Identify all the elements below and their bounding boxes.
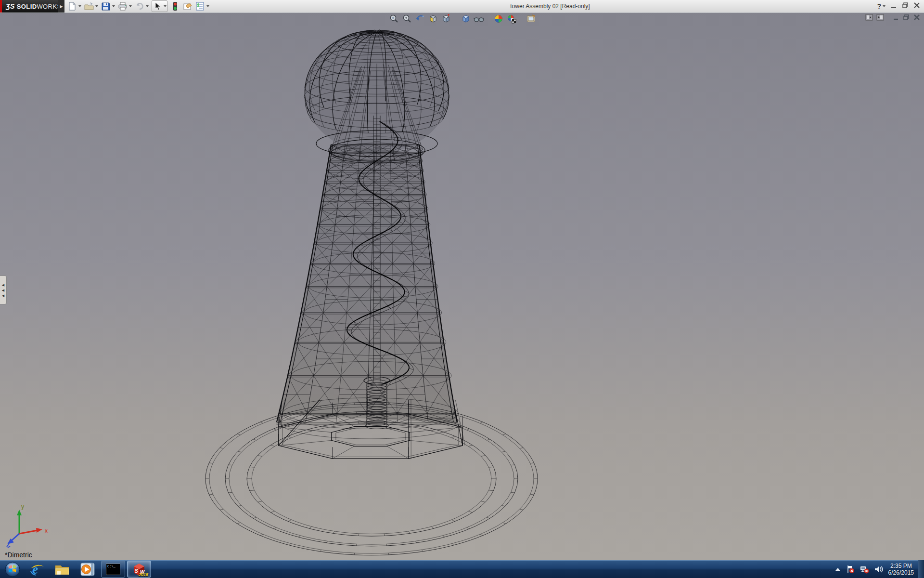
folder-icon (54, 562, 71, 577)
command-prompt-icon: C:\_ (106, 564, 120, 575)
undo-button[interactable] (135, 1, 149, 11)
brand-accent-stripe (0, 0, 2, 13)
print-icon (118, 1, 128, 11)
options-button[interactable] (195, 1, 209, 11)
solidworks-year-label: 2015 (139, 572, 148, 577)
open-button[interactable] (84, 1, 98, 11)
stoplight-button[interactable] (170, 1, 180, 11)
start-button[interactable] (0, 561, 25, 577)
hide-show-items-icon[interactable] (474, 13, 484, 24)
taskbar-command-prompt[interactable]: C:\_ (101, 561, 125, 578)
taskbar-clock[interactable]: 2:35 PM 6/26/2015 (888, 563, 914, 576)
options-dropdown-caret[interactable] (206, 5, 209, 7)
windows-start-orb-icon (4, 561, 21, 578)
collapse-arrow-icon: ◀ (2, 289, 4, 292)
pane-right-icon[interactable] (876, 14, 884, 23)
solidworks-logo: ƷSSOLIDWORKS (0, 0, 58, 13)
doc-restore-button[interactable] (903, 14, 910, 23)
brand-glyph: ƷS (6, 2, 15, 10)
taskbar-windows-explorer[interactable] (50, 561, 75, 577)
section-view-icon[interactable] (428, 13, 438, 24)
brand-text: ƷSSOLIDWORKS (6, 2, 62, 10)
save-floppy-icon (101, 1, 111, 11)
view-orientation-icon[interactable] (441, 13, 451, 24)
doc-close-button[interactable] (913, 14, 920, 23)
network-disconnected-icon (860, 565, 869, 574)
select-dropdown-caret[interactable] (164, 5, 167, 7)
title-bar: ƷSSOLIDWORKS ▶ (0, 0, 924, 13)
help-button[interactable]: ? (877, 2, 886, 10)
chevron-up-icon (834, 567, 841, 572)
volume-button[interactable] (874, 565, 884, 574)
solidworks-2015-icon: S W 2015 (132, 563, 146, 576)
media-player-icon (79, 562, 96, 577)
network-status-button[interactable] (860, 565, 869, 574)
svg-text:S: S (135, 568, 138, 574)
zoom-to-area-icon[interactable] (402, 13, 412, 24)
undo-icon (135, 1, 144, 11)
print-button[interactable] (118, 1, 132, 11)
triad-y-label: y (21, 504, 24, 510)
stoplight-icon (170, 1, 180, 11)
action-center-flag-icon (846, 565, 855, 574)
window-controls: ? (877, 0, 920, 13)
select-cursor-icon (153, 1, 162, 11)
windows-taskbar: e C:\_ S (0, 560, 924, 578)
minimize-button[interactable] (890, 2, 897, 11)
sketch-icon (183, 1, 192, 11)
select-button[interactable] (152, 0, 167, 12)
menu-expand-arrow[interactable]: ▶ (58, 0, 64, 13)
taskbar-solidworks[interactable]: S W 2015 (127, 561, 151, 578)
open-dropdown-caret[interactable] (95, 5, 98, 7)
open-folder-icon (84, 1, 94, 11)
sketch-button[interactable] (183, 1, 192, 11)
system-tray: 2:35 PM 6/26/2015 (834, 560, 924, 578)
print-dropdown-caret[interactable] (129, 5, 132, 7)
show-desktop-button[interactable] (918, 560, 924, 578)
brand-bold: SOLID (17, 3, 37, 10)
graphics-viewport[interactable]: ◀ ◀ ◀ y x *Dimetric (0, 13, 924, 560)
pane-left-icon[interactable] (865, 14, 873, 23)
help-icon: ? (877, 2, 881, 10)
undo-dropdown-caret[interactable] (146, 5, 149, 7)
collapse-arrow-icon: ◀ (2, 294, 4, 297)
document-window-controls (865, 14, 920, 23)
save-dropdown-caret[interactable] (112, 5, 115, 7)
previous-view-icon[interactable] (415, 13, 425, 24)
zoom-to-fit-icon[interactable] (389, 13, 399, 24)
close-button[interactable] (913, 2, 920, 11)
options-checklist-icon (195, 1, 205, 11)
triad-x-label: x (45, 527, 48, 534)
new-dropdown-caret[interactable] (78, 5, 81, 7)
edit-appearance-icon[interactable] (493, 13, 504, 24)
new-button[interactable] (67, 1, 81, 11)
view-settings-icon[interactable] (526, 13, 537, 24)
feature-panel-collapsed-tab[interactable]: ◀ ◀ ◀ (0, 276, 7, 304)
show-hidden-icons-button[interactable] (834, 567, 841, 572)
new-document-icon (67, 1, 77, 11)
internet-explorer-icon: e (30, 562, 45, 577)
apply-scene-icon[interactable] (506, 13, 517, 24)
speaker-icon (874, 565, 884, 574)
help-dropdown-caret[interactable] (883, 5, 886, 7)
doc-minimize-button[interactable] (893, 14, 899, 23)
wireframe-tower-model[interactable] (0, 13, 924, 560)
collapse-arrow-icon: ◀ (2, 283, 4, 287)
taskbar-internet-explorer[interactable]: e (25, 561, 50, 577)
action-center-button[interactable] (846, 565, 855, 574)
view-orientation-label: *Dimetric (5, 551, 32, 559)
restore-button[interactable] (902, 2, 909, 11)
headsup-view-toolbar (389, 13, 539, 24)
clock-time: 2:35 PM (888, 563, 914, 569)
display-style-icon[interactable] (461, 13, 471, 24)
save-button[interactable] (101, 1, 115, 11)
orientation-triad: y x (4, 504, 57, 548)
taskbar-media-player[interactable] (75, 561, 100, 577)
window-title: tower Assembly 02 [Read-only] (510, 3, 590, 10)
clock-date: 6/26/2015 (888, 569, 914, 576)
main-toolbar (67, 0, 212, 13)
select-tool-frame[interactable] (152, 0, 167, 12)
